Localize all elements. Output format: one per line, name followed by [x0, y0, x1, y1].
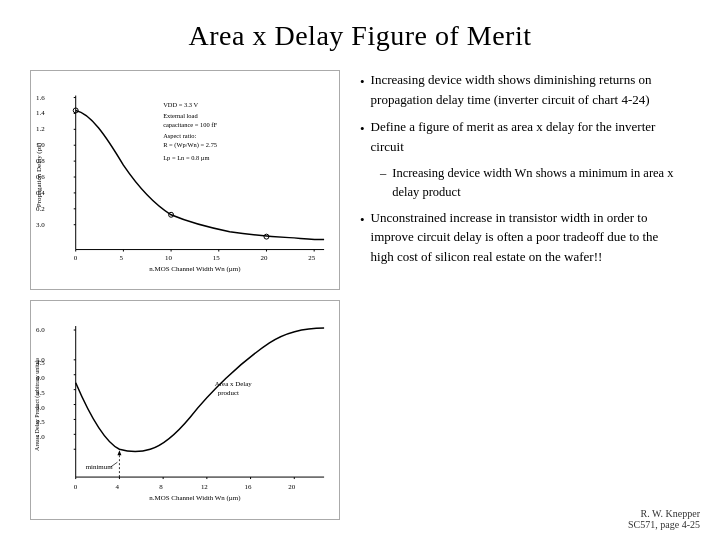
svg-text:Propagation Delay (ps): Propagation Delay (ps) [35, 143, 43, 207]
sub-dash-1: – [380, 164, 386, 202]
bullet-dot-3: • [360, 210, 365, 267]
bullet-3-text: Unconstrained increase in transistor wid… [371, 208, 680, 267]
footer-line2: SC571, page 4-25 [628, 519, 700, 530]
bullet-1: • Increasing device width shows diminish… [360, 70, 680, 109]
svg-text:capacitance = 100 fF: capacitance = 100 fF [163, 121, 217, 128]
svg-text:10: 10 [165, 254, 172, 262]
slide-page: Area x Delay Figure of Merit 1.6 1.4 1.2… [0, 0, 720, 540]
bullet-2-text: Define a figure of merit as area x delay… [371, 117, 680, 156]
text-column: • Increasing device width shows diminish… [350, 70, 690, 520]
svg-text:1.2: 1.2 [36, 125, 45, 133]
footer-line1: R. W. Knepper [628, 508, 700, 519]
bullet-1-text: Increasing device width shows diminishin… [371, 70, 680, 109]
svg-text:15: 15 [213, 254, 220, 262]
svg-text:n.MOS Channel Width Wn (µm): n.MOS Channel Width Wn (µm) [149, 265, 240, 273]
svg-text:20: 20 [261, 254, 268, 262]
svg-text:25: 25 [308, 254, 315, 262]
bullet-2: • Define a figure of merit as area x del… [360, 117, 680, 156]
bullet-dot-2: • [360, 119, 365, 156]
svg-text:VDD = 3.3 V: VDD = 3.3 V [163, 101, 198, 108]
sub-bullet-1: – Increasing device width Wn shows a min… [380, 164, 680, 202]
bullet-dot-1: • [360, 72, 365, 109]
svg-text:8: 8 [159, 483, 163, 491]
slide-title: Area x Delay Figure of Merit [30, 20, 690, 52]
svg-text:External load: External load [163, 112, 198, 119]
svg-text:Area x Delay: Area x Delay [215, 380, 253, 388]
content-row: 1.6 1.4 1.2 1.0 0.8 0.6 0.4 0.2 [30, 70, 690, 520]
svg-text:4: 4 [115, 483, 119, 491]
bullet-3: • Unconstrained increase in transistor w… [360, 208, 680, 267]
svg-text:3.0: 3.0 [36, 221, 45, 229]
chart-propagation-delay: 1.6 1.4 1.2 1.0 0.8 0.6 0.4 0.2 [30, 70, 340, 290]
svg-text:6.0: 6.0 [36, 326, 45, 334]
svg-text:5: 5 [119, 254, 123, 262]
svg-text:16: 16 [245, 483, 252, 491]
svg-marker-77 [117, 450, 121, 455]
svg-text:R = (Wp/Wn) = 2.75: R = (Wp/Wn) = 2.75 [163, 141, 217, 149]
svg-text:Aspect ratio:: Aspect ratio: [163, 132, 196, 139]
svg-text:1.4: 1.4 [36, 109, 45, 117]
sub-bullet-1-text: Increasing device width Wn shows a minim… [392, 164, 680, 202]
svg-text:minimum: minimum [86, 463, 114, 471]
svg-text:1.6: 1.6 [36, 94, 45, 102]
svg-text:n.MOS Channel Width Wn (µm): n.MOS Channel Width Wn (µm) [149, 494, 240, 502]
svg-text:product: product [218, 389, 239, 397]
svg-text:0: 0 [74, 254, 78, 262]
svg-text:0: 0 [74, 483, 78, 491]
svg-text:12: 12 [201, 483, 208, 491]
charts-column: 1.6 1.4 1.2 1.0 0.8 0.6 0.4 0.2 [30, 70, 340, 520]
svg-text:20: 20 [288, 483, 295, 491]
chart-area-delay-product: 6.0 5.0 4.5 4.0 3.5 3.0 2.5 2.0 [30, 300, 340, 520]
footer: R. W. Knepper SC571, page 4-25 [628, 508, 700, 530]
svg-text:Lp = Ln = 0.8 µm: Lp = Ln = 0.8 µm [163, 154, 209, 161]
svg-text:Area x Delay Product (arbitrar: Area x Delay Product (arbitrary units) [34, 360, 41, 451]
